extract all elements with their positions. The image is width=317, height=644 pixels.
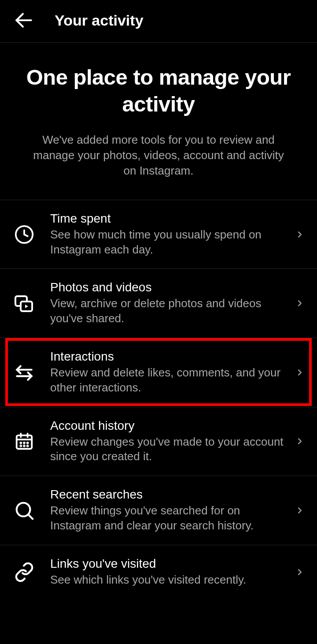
chevron-right-icon: [295, 506, 305, 515]
activity-list: Time spent See how much time you usually…: [0, 200, 317, 599]
header: Your activity: [0, 0, 317, 43]
media-icon: [12, 291, 36, 315]
chevron-right-icon: [295, 436, 305, 446]
clock-icon: [12, 223, 36, 246]
svg-point-12: [24, 443, 25, 443]
svg-point-16: [27, 446, 28, 447]
item-title: Recent searches: [50, 488, 291, 502]
item-body: Photos and videos View, archive or delet…: [50, 280, 295, 326]
svg-point-13: [27, 443, 28, 443]
item-body: Account history Review changes you've ma…: [50, 419, 295, 465]
arrow-left-icon: [13, 9, 35, 31]
page-title: Your activity: [55, 12, 144, 29]
intro-subtitle: We've added more tools for you to review…: [18, 132, 299, 179]
intro-section: One place to manage your activity We've …: [0, 43, 317, 200]
item-subtitle: Review changes you've made to your accou…: [50, 435, 291, 465]
list-item-account-history[interactable]: Account history Review changes you've ma…: [0, 407, 317, 476]
search-icon: [12, 499, 36, 522]
item-subtitle: Review and delete likes, comments, and y…: [50, 365, 291, 395]
chevron-right-icon: [295, 298, 305, 308]
item-title: Account history: [50, 419, 291, 433]
list-item-recent-searches[interactable]: Recent searches Review things you've sea…: [0, 476, 317, 545]
item-title: Photos and videos: [50, 280, 291, 294]
item-title: Interactions: [50, 350, 291, 364]
chevron-right-icon: [295, 567, 305, 577]
item-body: Interactions Review and delete likes, co…: [50, 350, 295, 395]
svg-line-18: [28, 514, 33, 519]
intro-title: One place to manage your activity: [18, 64, 299, 118]
list-item-interactions[interactable]: Interactions Review and delete likes, co…: [0, 338, 317, 407]
chevron-right-icon: [295, 230, 305, 239]
list-item-time-spent[interactable]: Time spent See how much time you usually…: [0, 200, 317, 269]
svg-point-15: [24, 446, 25, 447]
svg-point-14: [20, 446, 21, 447]
item-title: Links you've visited: [50, 557, 291, 571]
list-item-links-visited[interactable]: Links you've visited See which links you…: [0, 545, 317, 599]
calendar-icon: [12, 429, 36, 453]
item-subtitle: See which links you've visited recently.: [50, 573, 291, 588]
item-title: Time spent: [50, 212, 291, 226]
item-body: Links you've visited See which links you…: [50, 557, 295, 588]
item-subtitle: See how much time you usually spend on I…: [50, 227, 291, 257]
item-body: Time spent See how much time you usually…: [50, 212, 295, 257]
chevron-right-icon: [295, 368, 305, 377]
svg-point-11: [20, 443, 21, 443]
list-item-photos-videos[interactable]: Photos and videos View, archive or delet…: [0, 269, 317, 338]
arrows-icon: [12, 361, 36, 384]
back-button[interactable]: [12, 9, 35, 32]
item-subtitle: View, archive or delete photos and video…: [50, 296, 291, 326]
item-body: Recent searches Review things you've sea…: [50, 488, 295, 533]
item-subtitle: Review things you've searched for on Ins…: [50, 503, 291, 533]
link-icon: [12, 560, 36, 584]
